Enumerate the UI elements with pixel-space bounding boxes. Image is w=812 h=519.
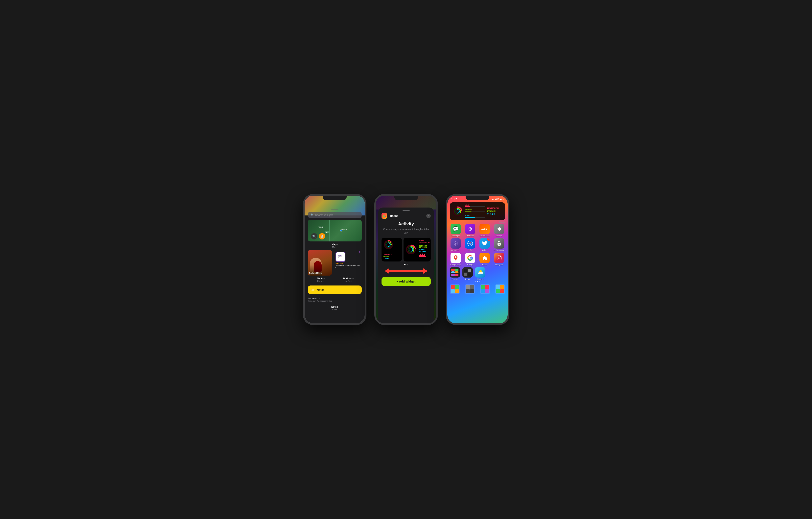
widget2-exercise: 10/30MIN	[419, 246, 431, 248]
activity-rings-small	[383, 240, 394, 250]
folder-social[interactable]	[480, 284, 490, 294]
settings-icon	[494, 224, 504, 234]
podcasts-label: Podcasts	[466, 235, 474, 237]
activity-home-nums: 121/440KCAL 10/30MIN 6/12HRS	[487, 207, 503, 215]
widget2-stand-label: STAND	[419, 249, 431, 251]
google-icon	[465, 253, 475, 263]
home-stand-label: STAND	[465, 215, 470, 216]
app-authenticator[interactable]: Authenticator	[493, 238, 505, 251]
app-row1: 💬 Messages Podcasts SoundCloud	[450, 224, 505, 237]
page-dot-2	[477, 281, 478, 282]
notes-article: Articles to do	[308, 297, 362, 300]
map-food-icon[interactable]: 🍴	[319, 233, 325, 240]
phone3-screen: 11:27 ▪▪▪ WiFi ▮▮▮	[447, 196, 508, 323]
map-label-thirsk: Thirsk	[318, 226, 323, 228]
drag-handle	[331, 210, 338, 210]
phone3: 11:27 ▪▪▪ WiFi ▮▮▮	[446, 194, 509, 325]
svg-point-2	[384, 215, 385, 216]
app-row3: Google Maps Google Home	[450, 253, 505, 266]
activity-home-stats: MOVE EXERCISE STAND	[465, 204, 485, 218]
photo-person	[308, 250, 332, 276]
app-twitter[interactable]: 1 Twitter	[479, 238, 491, 251]
activity-rings-large	[406, 244, 416, 255]
search-placeholder: Search Widgets	[315, 214, 334, 216]
fitness-sheet: Fitness ✕ Activity Check in on your move…	[378, 208, 434, 323]
map-location-dot	[340, 229, 342, 231]
app-google-maps[interactable]: Google Maps	[450, 253, 462, 266]
activity-widget-home[interactable]: MOVE EXERCISE STAND	[450, 202, 505, 220]
photo-widget[interactable]: Featured Photo	[308, 250, 332, 276]
app-home-app[interactable]: Home	[479, 253, 491, 266]
svg-rect-29	[487, 228, 487, 230]
dot-1	[404, 264, 406, 265]
app-finance[interactable]: Finance	[450, 267, 460, 280]
twitter-badge: 1	[487, 238, 490, 241]
map-road-label: A19	[325, 231, 329, 233]
map-search-icon[interactable]: 🔍	[311, 233, 317, 240]
soundcloud-label: SoundCloud	[480, 235, 490, 237]
app-weather[interactable]: Weather	[475, 267, 486, 280]
fitness-widgets-row: 3/440KCAL /30MIN 12HRS	[381, 238, 431, 262]
search-icon: 🔍	[311, 214, 314, 216]
podcasts-widget-label: Podcasts	[336, 277, 362, 280]
svg-point-40	[500, 256, 501, 257]
app-google[interactable]: Google	[464, 253, 476, 266]
svg-rect-26	[485, 228, 486, 230]
notch2	[394, 196, 418, 200]
add-widget-button[interactable]: + Add Widget	[381, 277, 431, 286]
fitness-description: Check in on your movement throughout the…	[381, 228, 431, 235]
notch3	[466, 196, 489, 200]
phone2-screen: Fitness ✕ Activity Check in on your move…	[376, 196, 436, 323]
fitness-widget-small: 3/440KCAL /30MIN 12HRS	[381, 238, 402, 262]
app-settings[interactable]: Settings	[493, 224, 505, 237]
podcast-widget[interactable]: UPAYA Dharma Podcasts 🎙 46M LEFT John Du…	[334, 250, 362, 276]
home-move-stat: 121/440KCAL	[487, 207, 503, 210]
widget1-move: 3/440KCAL	[383, 253, 400, 255]
podcast-time: 46M LEFT	[336, 263, 360, 265]
phone2: Fitness ✕ Activity Check in on your move…	[374, 194, 438, 325]
svg-point-36	[499, 244, 500, 245]
phone2-content: Fitness ✕ Activity Check in on your move…	[376, 196, 436, 323]
map-widget[interactable]: Thirsk Kilburn A19 🔍 🍴	[308, 220, 362, 241]
app-messages[interactable]: 💬 Messages	[450, 224, 462, 237]
home-move-label: MOVE	[465, 204, 469, 206]
notes-detail: Articles to do Yesterday No additional t…	[308, 296, 362, 304]
folder-misc[interactable]	[495, 284, 505, 294]
safari-label: Safari	[468, 249, 472, 251]
app-soundcloud[interactable]: SoundCloud	[479, 224, 491, 237]
notes-widget[interactable]: 📁 Notes	[308, 285, 362, 294]
fitness-close-button[interactable]: ✕	[426, 214, 431, 218]
app-instagram[interactable]: Instagram	[493, 253, 505, 266]
soundcloud-icon	[480, 224, 490, 234]
fitness-widget-large: MOVE 121/440KCAL EXERCISE 10/30MIN STAND	[404, 238, 431, 262]
widget1-exercise: /30MIN	[383, 255, 400, 257]
settings-label: Settings	[496, 235, 502, 237]
protonvpn-icon	[451, 238, 461, 249]
podcast-cover-art: UPAYA Dharma Podcasts	[336, 252, 345, 261]
svg-point-39	[498, 257, 500, 259]
news-icon	[462, 267, 473, 278]
fitness-large-stats: MOVE 121/440KCAL EXERCISE 10/30MIN STAND	[406, 240, 429, 260]
notes-folder-sublabel: Folder	[304, 308, 365, 311]
app-podcasts[interactable]: Podcasts	[464, 224, 476, 237]
google-maps-icon	[451, 253, 461, 263]
notes-icon: 📁	[311, 288, 315, 292]
arrow-shaft	[389, 270, 423, 272]
folder-finance[interactable]	[450, 284, 460, 294]
messages-icon: 💬	[451, 224, 461, 234]
notes-label: Notes	[317, 288, 325, 292]
messages-label: Messages	[452, 235, 460, 237]
folder-news[interactable]	[465, 284, 475, 294]
fitness-sheet-handle	[381, 210, 431, 211]
fitness-title: Activity	[381, 221, 431, 226]
app-safari[interactable]: Safari	[464, 238, 476, 251]
home-exercise-label: EXERCISE	[465, 209, 472, 211]
app-news[interactable]: News	[462, 267, 473, 280]
widgets-two-labels: Photos For You Podcasts Up Next	[308, 276, 362, 284]
map-widget-label: Maps	[304, 243, 365, 246]
widget2-exercise-label: EXERCISE	[419, 244, 431, 246]
svg-rect-25	[485, 228, 485, 230]
search-bar[interactable]: 🔍 Search Widgets	[308, 212, 362, 218]
app-protonvpn[interactable]: ProtonVPN	[450, 238, 462, 251]
home-app-icon	[480, 253, 490, 263]
